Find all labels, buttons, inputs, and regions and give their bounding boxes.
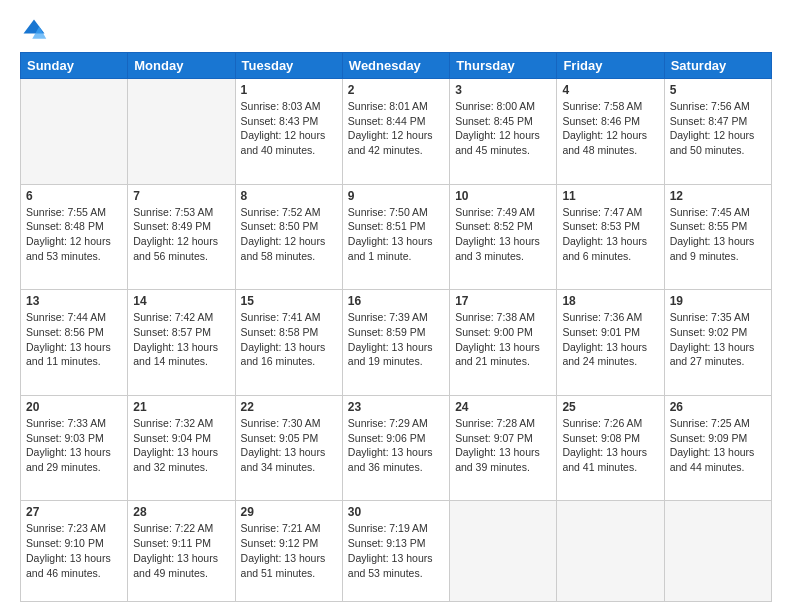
- calendar-day-cell: 3Sunrise: 8:00 AM Sunset: 8:45 PM Daylig…: [450, 79, 557, 185]
- calendar-day-cell: 1Sunrise: 8:03 AM Sunset: 8:43 PM Daylig…: [235, 79, 342, 185]
- day-info: Sunrise: 7:52 AM Sunset: 8:50 PM Dayligh…: [241, 205, 337, 264]
- day-number: 27: [26, 505, 122, 519]
- day-number: 5: [670, 83, 766, 97]
- day-info: Sunrise: 7:58 AM Sunset: 8:46 PM Dayligh…: [562, 99, 658, 158]
- calendar-day-cell: 16Sunrise: 7:39 AM Sunset: 8:59 PM Dayli…: [342, 290, 449, 396]
- calendar-day-cell: 11Sunrise: 7:47 AM Sunset: 8:53 PM Dayli…: [557, 184, 664, 290]
- day-number: 23: [348, 400, 444, 414]
- calendar-day-header: Wednesday: [342, 53, 449, 79]
- calendar-day-cell: 7Sunrise: 7:53 AM Sunset: 8:49 PM Daylig…: [128, 184, 235, 290]
- calendar-day-cell: 17Sunrise: 7:38 AM Sunset: 9:00 PM Dayli…: [450, 290, 557, 396]
- day-info: Sunrise: 7:42 AM Sunset: 8:57 PM Dayligh…: [133, 310, 229, 369]
- calendar-week-row: 27Sunrise: 7:23 AM Sunset: 9:10 PM Dayli…: [21, 501, 772, 602]
- day-number: 3: [455, 83, 551, 97]
- calendar-day-cell: 28Sunrise: 7:22 AM Sunset: 9:11 PM Dayli…: [128, 501, 235, 602]
- day-number: 29: [241, 505, 337, 519]
- day-number: 25: [562, 400, 658, 414]
- day-info: Sunrise: 7:49 AM Sunset: 8:52 PM Dayligh…: [455, 205, 551, 264]
- calendar-day-cell: 20Sunrise: 7:33 AM Sunset: 9:03 PM Dayli…: [21, 395, 128, 501]
- day-number: 20: [26, 400, 122, 414]
- calendar-day-cell: 4Sunrise: 7:58 AM Sunset: 8:46 PM Daylig…: [557, 79, 664, 185]
- calendar-day-cell: 18Sunrise: 7:36 AM Sunset: 9:01 PM Dayli…: [557, 290, 664, 396]
- day-info: Sunrise: 7:21 AM Sunset: 9:12 PM Dayligh…: [241, 521, 337, 580]
- day-number: 21: [133, 400, 229, 414]
- day-info: Sunrise: 7:41 AM Sunset: 8:58 PM Dayligh…: [241, 310, 337, 369]
- day-number: 26: [670, 400, 766, 414]
- day-number: 24: [455, 400, 551, 414]
- calendar-day-cell: 22Sunrise: 7:30 AM Sunset: 9:05 PM Dayli…: [235, 395, 342, 501]
- calendar-day-header: Thursday: [450, 53, 557, 79]
- calendar-day-header: Monday: [128, 53, 235, 79]
- day-number: 16: [348, 294, 444, 308]
- day-number: 14: [133, 294, 229, 308]
- page: SundayMondayTuesdayWednesdayThursdayFrid…: [0, 0, 792, 612]
- calendar-day-cell: 12Sunrise: 7:45 AM Sunset: 8:55 PM Dayli…: [664, 184, 771, 290]
- day-info: Sunrise: 7:19 AM Sunset: 9:13 PM Dayligh…: [348, 521, 444, 580]
- calendar-day-cell: 9Sunrise: 7:50 AM Sunset: 8:51 PM Daylig…: [342, 184, 449, 290]
- day-info: Sunrise: 7:56 AM Sunset: 8:47 PM Dayligh…: [670, 99, 766, 158]
- calendar-day-cell: 5Sunrise: 7:56 AM Sunset: 8:47 PM Daylig…: [664, 79, 771, 185]
- day-number: 13: [26, 294, 122, 308]
- logo-icon: [20, 16, 48, 44]
- day-number: 18: [562, 294, 658, 308]
- day-info: Sunrise: 7:47 AM Sunset: 8:53 PM Dayligh…: [562, 205, 658, 264]
- calendar-week-row: 13Sunrise: 7:44 AM Sunset: 8:56 PM Dayli…: [21, 290, 772, 396]
- calendar-day-cell: [450, 501, 557, 602]
- day-number: 7: [133, 189, 229, 203]
- calendar-week-row: 6Sunrise: 7:55 AM Sunset: 8:48 PM Daylig…: [21, 184, 772, 290]
- day-info: Sunrise: 7:23 AM Sunset: 9:10 PM Dayligh…: [26, 521, 122, 580]
- calendar-day-cell: 30Sunrise: 7:19 AM Sunset: 9:13 PM Dayli…: [342, 501, 449, 602]
- calendar-day-cell: 27Sunrise: 7:23 AM Sunset: 9:10 PM Dayli…: [21, 501, 128, 602]
- calendar-week-row: 1Sunrise: 8:03 AM Sunset: 8:43 PM Daylig…: [21, 79, 772, 185]
- day-info: Sunrise: 7:36 AM Sunset: 9:01 PM Dayligh…: [562, 310, 658, 369]
- day-number: 1: [241, 83, 337, 97]
- calendar-day-cell: 13Sunrise: 7:44 AM Sunset: 8:56 PM Dayli…: [21, 290, 128, 396]
- day-number: 22: [241, 400, 337, 414]
- day-info: Sunrise: 7:26 AM Sunset: 9:08 PM Dayligh…: [562, 416, 658, 475]
- day-number: 12: [670, 189, 766, 203]
- day-info: Sunrise: 7:38 AM Sunset: 9:00 PM Dayligh…: [455, 310, 551, 369]
- day-info: Sunrise: 7:29 AM Sunset: 9:06 PM Dayligh…: [348, 416, 444, 475]
- calendar-week-row: 20Sunrise: 7:33 AM Sunset: 9:03 PM Dayli…: [21, 395, 772, 501]
- calendar-day-header: Saturday: [664, 53, 771, 79]
- day-info: Sunrise: 7:22 AM Sunset: 9:11 PM Dayligh…: [133, 521, 229, 580]
- calendar-day-cell: [21, 79, 128, 185]
- calendar-day-cell: [557, 501, 664, 602]
- calendar-day-cell: 26Sunrise: 7:25 AM Sunset: 9:09 PM Dayli…: [664, 395, 771, 501]
- calendar-day-cell: 29Sunrise: 7:21 AM Sunset: 9:12 PM Dayli…: [235, 501, 342, 602]
- header: [20, 16, 772, 44]
- day-info: Sunrise: 8:00 AM Sunset: 8:45 PM Dayligh…: [455, 99, 551, 158]
- day-info: Sunrise: 7:39 AM Sunset: 8:59 PM Dayligh…: [348, 310, 444, 369]
- calendar-day-header: Sunday: [21, 53, 128, 79]
- day-number: 8: [241, 189, 337, 203]
- calendar-day-cell: 15Sunrise: 7:41 AM Sunset: 8:58 PM Dayli…: [235, 290, 342, 396]
- day-number: 6: [26, 189, 122, 203]
- day-number: 17: [455, 294, 551, 308]
- day-number: 10: [455, 189, 551, 203]
- day-number: 2: [348, 83, 444, 97]
- day-info: Sunrise: 7:28 AM Sunset: 9:07 PM Dayligh…: [455, 416, 551, 475]
- calendar-day-cell: 14Sunrise: 7:42 AM Sunset: 8:57 PM Dayli…: [128, 290, 235, 396]
- logo: [20, 16, 52, 44]
- calendar-day-cell: 10Sunrise: 7:49 AM Sunset: 8:52 PM Dayli…: [450, 184, 557, 290]
- calendar-day-cell: 25Sunrise: 7:26 AM Sunset: 9:08 PM Dayli…: [557, 395, 664, 501]
- calendar-day-cell: 2Sunrise: 8:01 AM Sunset: 8:44 PM Daylig…: [342, 79, 449, 185]
- day-info: Sunrise: 8:03 AM Sunset: 8:43 PM Dayligh…: [241, 99, 337, 158]
- day-number: 11: [562, 189, 658, 203]
- day-info: Sunrise: 7:32 AM Sunset: 9:04 PM Dayligh…: [133, 416, 229, 475]
- calendar-header-row: SundayMondayTuesdayWednesdayThursdayFrid…: [21, 53, 772, 79]
- calendar-day-header: Tuesday: [235, 53, 342, 79]
- day-info: Sunrise: 7:55 AM Sunset: 8:48 PM Dayligh…: [26, 205, 122, 264]
- calendar-day-cell: 8Sunrise: 7:52 AM Sunset: 8:50 PM Daylig…: [235, 184, 342, 290]
- calendar-day-cell: 23Sunrise: 7:29 AM Sunset: 9:06 PM Dayli…: [342, 395, 449, 501]
- day-info: Sunrise: 7:33 AM Sunset: 9:03 PM Dayligh…: [26, 416, 122, 475]
- day-number: 19: [670, 294, 766, 308]
- day-number: 15: [241, 294, 337, 308]
- calendar-day-cell: [128, 79, 235, 185]
- calendar-day-cell: 19Sunrise: 7:35 AM Sunset: 9:02 PM Dayli…: [664, 290, 771, 396]
- calendar-day-cell: 6Sunrise: 7:55 AM Sunset: 8:48 PM Daylig…: [21, 184, 128, 290]
- day-info: Sunrise: 7:45 AM Sunset: 8:55 PM Dayligh…: [670, 205, 766, 264]
- day-info: Sunrise: 7:53 AM Sunset: 8:49 PM Dayligh…: [133, 205, 229, 264]
- day-number: 30: [348, 505, 444, 519]
- day-info: Sunrise: 7:44 AM Sunset: 8:56 PM Dayligh…: [26, 310, 122, 369]
